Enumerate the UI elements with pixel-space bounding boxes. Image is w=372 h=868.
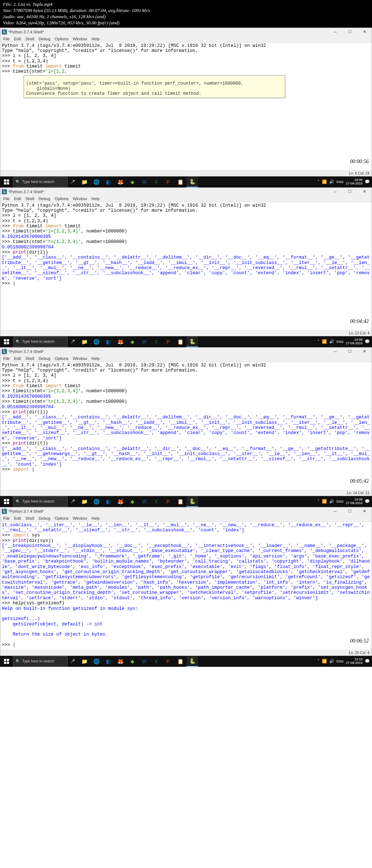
close-button[interactable]: ✕ bbox=[357, 507, 372, 515]
menu-edit[interactable]: Edit bbox=[13, 196, 23, 201]
vscode-icon[interactable]: ◧ bbox=[102, 177, 114, 187]
start-button[interactable] bbox=[0, 656, 13, 667]
titlebar[interactable]: 🐍 *Python 3.7.4 Shell* ─ ☐ ✕ bbox=[0, 28, 372, 36]
close-button[interactable]: ✕ bbox=[357, 188, 372, 196]
minimize-button[interactable]: ─ bbox=[328, 507, 343, 515]
tray-volume-icon[interactable]: 🔊 bbox=[329, 179, 334, 184]
taskbar-clock[interactable]: 19:0827-08-2019 bbox=[346, 498, 363, 505]
maximize-button[interactable]: ☐ bbox=[343, 188, 357, 196]
tray-notification-icon[interactable]: 💬 bbox=[365, 339, 370, 344]
menu-file[interactable]: File bbox=[2, 196, 11, 201]
menu-shell[interactable]: Shell bbox=[24, 36, 36, 41]
menu-debug[interactable]: Debug bbox=[37, 516, 52, 521]
menu-edit[interactable]: Edit bbox=[13, 36, 23, 41]
ppt-icon[interactable]: P bbox=[162, 177, 174, 187]
menu-debug[interactable]: Debug bbox=[37, 36, 52, 41]
tray-chevron-icon[interactable]: ˄ bbox=[318, 659, 320, 664]
vscode-icon[interactable]: ◧ bbox=[102, 336, 114, 347]
menu-window[interactable]: Window bbox=[72, 356, 89, 361]
camtasia-icon[interactable]: ◆ bbox=[126, 496, 138, 507]
menu-window[interactable]: Window bbox=[72, 516, 89, 521]
excel-icon[interactable]: X bbox=[150, 656, 162, 667]
shell-content[interactable]: Python 3.7.4 (tags/v3.7.4:e09359112e, Ju… bbox=[0, 362, 372, 490]
minimize-button[interactable]: ─ bbox=[328, 188, 343, 196]
titlebar[interactable]: 🐍 *Python 3.7.4 Shell* ─ ☐ ✕ bbox=[0, 507, 372, 515]
start-button[interactable] bbox=[0, 336, 13, 347]
tray-wifi-icon[interactable]: 📶 bbox=[322, 659, 327, 664]
shell-content[interactable]: it_subclass__', '__iter__', '__le__', '_… bbox=[0, 522, 372, 650]
chrome-icon[interactable]: 🌐 bbox=[90, 336, 102, 347]
python-task-icon[interactable]: 🐍 bbox=[186, 177, 198, 187]
tray-notification-icon[interactable]: 💬 bbox=[365, 179, 370, 184]
menu-file[interactable]: File bbox=[2, 516, 11, 521]
taskbar-clock[interactable]: 19:0627-08-2019 bbox=[346, 178, 363, 185]
vscode-icon[interactable]: ◧ bbox=[102, 496, 114, 507]
taskbar-search[interactable]: 🔍Type here to search bbox=[13, 496, 68, 507]
start-button[interactable] bbox=[0, 177, 13, 187]
menu-debug[interactable]: Debug bbox=[37, 196, 52, 201]
minimize-button[interactable]: ─ bbox=[328, 348, 343, 356]
maximize-button[interactable]: ☐ bbox=[343, 507, 357, 515]
cortana-mic-icon[interactable]: 🎤 bbox=[68, 180, 78, 184]
tray-chevron-icon[interactable]: ˄ bbox=[318, 339, 320, 344]
tray-volume-icon[interactable]: 🔊 bbox=[329, 659, 334, 664]
file-explorer-icon[interactable]: 📁 bbox=[78, 496, 90, 507]
python-task-icon[interactable]: 🐍 bbox=[186, 656, 198, 667]
word-icon[interactable]: W bbox=[138, 656, 150, 667]
excel-icon[interactable]: X bbox=[150, 177, 162, 187]
menu-options[interactable]: Options bbox=[53, 516, 70, 521]
menu-file[interactable]: File bbox=[2, 356, 11, 361]
menu-shell[interactable]: Shell bbox=[24, 356, 36, 361]
file-explorer-icon[interactable]: 📁 bbox=[78, 336, 90, 347]
tray-chevron-icon[interactable]: ˄ bbox=[318, 499, 320, 504]
task-icon[interactable]: 📋 bbox=[174, 496, 186, 507]
firefox-icon[interactable]: 🦊 bbox=[114, 336, 126, 347]
menu-file[interactable]: File bbox=[2, 36, 11, 41]
tray-lang[interactable]: ENG bbox=[336, 500, 344, 503]
tray-wifi-icon[interactable]: 📶 bbox=[322, 179, 327, 184]
minimize-button[interactable]: ─ bbox=[328, 28, 343, 36]
cortana-mic-icon[interactable]: 🎤 bbox=[68, 499, 78, 503]
menu-help[interactable]: Help bbox=[90, 356, 101, 361]
cortana-mic-icon[interactable]: 🎤 bbox=[68, 340, 78, 344]
menu-shell[interactable]: Shell bbox=[24, 196, 36, 201]
tray-wifi-icon[interactable]: 📶 bbox=[322, 339, 327, 344]
tray-chevron-icon[interactable]: ˄ bbox=[318, 179, 320, 184]
tray-lang[interactable]: ENG bbox=[336, 660, 344, 663]
tray-wifi-icon[interactable]: 📶 bbox=[322, 499, 327, 504]
tray-lang[interactable]: ENG bbox=[336, 340, 344, 344]
camtasia-icon[interactable]: ◆ bbox=[126, 177, 138, 187]
tray-volume-icon[interactable]: 🔊 bbox=[329, 499, 334, 504]
excel-icon[interactable]: X bbox=[150, 336, 162, 347]
menu-shell[interactable]: Shell bbox=[24, 516, 36, 521]
menu-options[interactable]: Options bbox=[53, 356, 70, 361]
menu-window[interactable]: Window bbox=[72, 36, 89, 41]
file-explorer-icon[interactable]: 📁 bbox=[78, 177, 90, 187]
menu-debug[interactable]: Debug bbox=[37, 356, 52, 361]
menu-edit[interactable]: Edit bbox=[13, 356, 23, 361]
vscode-icon[interactable]: ◧ bbox=[102, 656, 114, 667]
tray-notification-icon[interactable]: 💬 bbox=[365, 499, 370, 504]
chrome-icon[interactable]: 🌐 bbox=[90, 496, 102, 507]
chrome-icon[interactable]: 🌐 bbox=[90, 656, 102, 667]
taskbar-clock[interactable]: 19:1927-08-2019 bbox=[346, 658, 363, 665]
camtasia-icon[interactable]: ◆ bbox=[126, 336, 138, 347]
word-icon[interactable]: W bbox=[138, 177, 150, 187]
firefox-icon[interactable]: 🦊 bbox=[114, 177, 126, 187]
maximize-button[interactable]: ☐ bbox=[343, 348, 357, 356]
chrome-icon[interactable]: 🌐 bbox=[90, 177, 102, 187]
shell-content[interactable]: Python 3.7.4 (tags/v3.7.4:e09359112e, Ju… bbox=[0, 42, 372, 170]
task-icon[interactable]: 📋 bbox=[174, 656, 186, 667]
close-button[interactable]: ✕ bbox=[357, 348, 372, 356]
titlebar[interactable]: 🐍 *Python 3.7.4 Shell* ─ ☐ ✕ bbox=[0, 348, 372, 356]
ppt-icon[interactable]: P bbox=[162, 656, 174, 667]
python-task-icon[interactable]: 🐍 bbox=[186, 336, 198, 347]
start-button[interactable] bbox=[0, 496, 13, 507]
taskbar-search[interactable]: 🔍Type here to search bbox=[13, 656, 68, 666]
word-icon[interactable]: W bbox=[138, 336, 150, 347]
tray-volume-icon[interactable]: 🔊 bbox=[329, 339, 334, 344]
menu-help[interactable]: Help bbox=[90, 36, 101, 41]
firefox-icon[interactable]: 🦊 bbox=[114, 656, 126, 667]
taskbar-search[interactable]: 🔍Type here to search bbox=[13, 177, 68, 187]
tray-lang[interactable]: ENG bbox=[336, 180, 344, 184]
